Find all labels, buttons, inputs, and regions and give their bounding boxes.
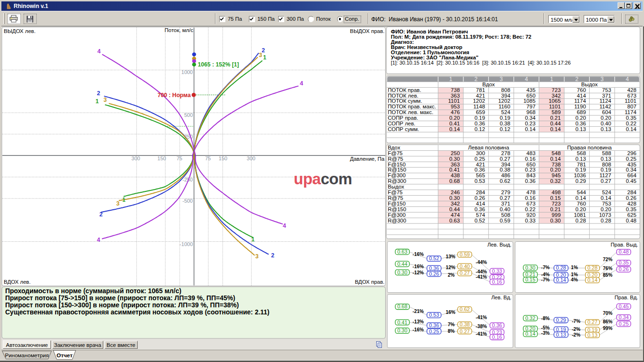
svg-text:2: 2 [262,47,265,54]
svg-text:F@300: F@300 [388,212,406,218]
svg-text:-7%: -7% [541,277,550,282]
svg-text:1081: 1081 [574,212,586,218]
svg-text:300: 300 [132,156,140,161]
svg-text:421: 421 [476,162,485,167]
svg-text:0.63: 0.63 [397,249,407,255]
svg-text:0.40: 0.40 [500,206,510,212]
svg-text:0.62: 0.62 [500,178,510,184]
svg-text:0.36: 0.36 [474,121,485,126]
svg-text:-41%: -41% [476,331,487,337]
svg-text:F@75: F@75 [388,189,403,195]
svg-text:0.15: 0.15 [525,277,535,282]
svg-text:1036: 1036 [574,173,586,178]
svg-text:0.23: 0.23 [525,121,535,126]
svg-text:1: 1 [449,76,453,82]
svg-text:342: 342 [451,201,460,206]
svg-text:0.28: 0.28 [556,265,566,271]
svg-text:upacom: upacom [294,170,352,188]
svg-text:0.30: 0.30 [397,270,407,275]
svg-text:F@150: F@150 [388,162,406,167]
svg-text:0.19: 0.19 [500,115,510,121]
svg-text:0.28: 0.28 [587,265,597,271]
svg-text:Риноманометрия: Риноманометрия [5,352,49,358]
svg-text:476: 476 [451,109,460,115]
svg-text:968: 968 [527,109,536,115]
svg-text:486: 486 [501,173,510,178]
svg-text:4%: 4% [571,277,578,282]
svg-text:1174: 1174 [574,98,586,104]
svg-text:-7%: -7% [572,319,580,324]
svg-text:ВДОХ лев.: ВДОХ лев. [4,279,31,285]
svg-text:807: 807 [627,104,636,109]
svg-text:673: 673 [527,201,536,206]
svg-text:0.14: 0.14 [575,195,586,201]
svg-text:588: 588 [602,150,611,156]
svg-text:4: 4 [97,237,100,243]
svg-text:0.21: 0.21 [550,115,561,121]
svg-text:-16%: -16% [413,327,424,332]
svg-text:738: 738 [552,162,561,167]
svg-text:999: 999 [552,212,561,218]
svg-text:0.59: 0.59 [460,252,470,257]
svg-text:246: 246 [451,189,460,195]
svg-text:394: 394 [501,93,511,99]
svg-text:0.41: 0.41 [449,121,460,126]
svg-text:СОПР лев.: СОПР лев. [388,121,416,126]
svg-text:394: 394 [501,162,511,167]
svg-text:1000: 1000 [182,69,193,75]
svg-text:4: 4 [525,76,528,82]
svg-text:0.20: 0.20 [449,115,460,121]
svg-text:3: 3 [500,76,503,82]
svg-text:700 : Норма: 700 : Норма [157,92,191,99]
svg-text:0.13: 0.13 [601,156,611,162]
svg-text:0.27: 0.27 [587,319,597,325]
svg-text:0.14: 0.14 [525,126,536,132]
svg-text:0.16: 0.16 [492,334,502,340]
svg-text:0.27: 0.27 [601,178,611,184]
svg-text:75: 75 [205,156,211,161]
svg-text:0.36: 0.36 [474,206,485,212]
svg-text:625: 625 [627,212,636,218]
svg-text:604: 604 [602,109,611,115]
svg-text:0.28: 0.28 [601,218,611,223]
svg-text:99%: 99% [603,326,612,331]
svg-text:753: 753 [602,201,611,206]
svg-text:Вдох: Вдох [388,144,401,150]
svg-text:920: 920 [527,212,536,218]
svg-text:0.20: 0.20 [601,115,611,121]
svg-text:0.35: 0.35 [626,206,636,212]
svg-text:738: 738 [451,87,460,93]
svg-text:428: 428 [627,87,636,93]
svg-text:1: 1 [251,236,255,243]
svg-text:[1]: 30.10.15 16:14 [2]: 30.1: [1]: 30.10.15 16:14 [2]: 30.10.15 16:16 … [391,60,570,66]
svg-text:2: 2 [271,252,274,259]
svg-text:428: 428 [627,201,636,206]
svg-text:0.68: 0.68 [397,304,407,309]
svg-text:-8%: -8% [541,316,550,321]
svg-text:1085: 1085 [523,98,536,104]
svg-text:0.30: 0.30 [397,328,407,333]
svg-text:Прав. Выд.: Прав. Выд. [611,242,638,247]
svg-text:0.38: 0.38 [460,321,470,327]
svg-text:-7%: -7% [541,265,550,270]
svg-text:284: 284 [476,189,486,195]
svg-text:0.29: 0.29 [556,317,566,323]
svg-text:1%: 1% [571,265,578,270]
svg-text:808: 808 [501,87,510,93]
svg-text:0.32: 0.32 [525,315,535,321]
svg-text:0.27: 0.27 [500,195,510,201]
svg-text:371: 371 [501,201,510,206]
svg-text:0.14: 0.14 [587,277,597,283]
svg-text:0.35: 0.35 [619,260,628,265]
svg-text:R@300: R@300 [388,218,406,223]
svg-text:0.34: 0.34 [525,115,536,121]
svg-text:1190: 1190 [574,104,586,109]
svg-text:F@150: F@150 [388,201,406,206]
svg-text:0.44: 0.44 [397,261,407,267]
svg-text:300: 300 [476,150,485,156]
svg-text:0.13: 0.13 [587,332,597,338]
svg-text:-38%: -38% [476,324,487,329]
svg-text:0.20: 0.20 [575,206,586,212]
svg-text:0.38: 0.38 [500,121,510,126]
svg-text:СОПР прав.: СОПР прав. [388,115,418,121]
